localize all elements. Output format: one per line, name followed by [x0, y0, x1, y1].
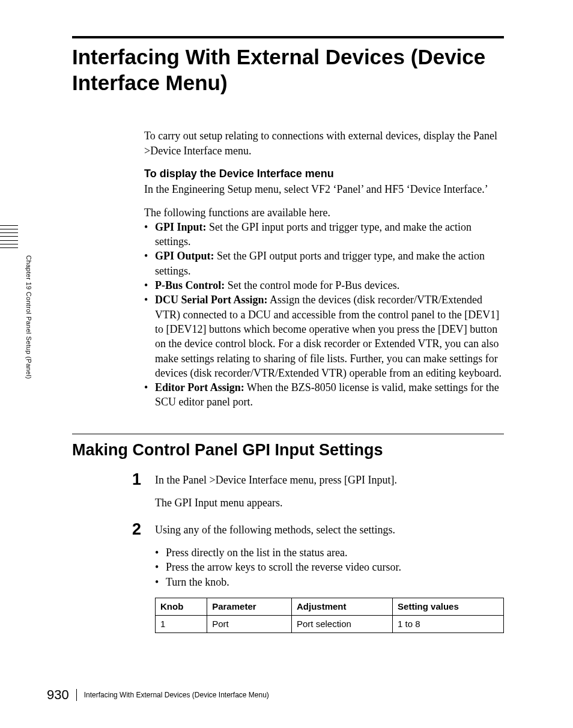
step-number: 2 [132, 521, 155, 632]
table-cell: 1 [156, 616, 207, 633]
table-row: 1 Port Port selection 1 to 8 [156, 616, 504, 633]
function-name: GPI Input: [155, 221, 207, 233]
display-menu-text: In the Engineering Setup menu, select VF… [144, 182, 504, 196]
table-header: Knob [156, 598, 207, 615]
step-1: 1 In the Panel >Device Interface menu, p… [132, 473, 504, 519]
sub-bullet-item: • Press the arrow keys to scroll the rev… [155, 560, 504, 574]
step-number: 1 [132, 472, 155, 518]
function-name: P-Bus Control: [155, 279, 225, 291]
table-header: Setting values [393, 598, 504, 615]
function-item: • DCU Serial Port Assign: Assign the dev… [144, 293, 504, 380]
page-title: Interfacing With External Devices (Devic… [72, 44, 504, 96]
sub-bullet-item: • Turn the knob. [155, 575, 504, 589]
bullet-icon: • [155, 560, 166, 574]
bullet-icon: • [144, 278, 155, 293]
function-desc: Set the control mode for P-Bus devices. [225, 279, 399, 291]
function-name: GPI Output: [155, 250, 214, 262]
display-menu-heading: To display the Device Interface menu [144, 166, 504, 181]
knob-table: Knob Parameter Adjustment Setting values… [155, 598, 504, 634]
section-heading: Making Control Panel GPI Input Settings [72, 439, 504, 461]
step-2: 2 Using any of the following methods, se… [132, 523, 504, 634]
function-name: Editor Port Assign: [155, 381, 244, 393]
function-item: • GPI Output: Set the GPI output ports a… [144, 249, 504, 278]
function-desc: Assign the devices (disk recorder/VTR/Ex… [155, 294, 502, 378]
table-cell: 1 to 8 [393, 616, 504, 633]
footer-divider [76, 689, 77, 701]
function-item: • GPI Input: Set the GPI input ports and… [144, 220, 504, 249]
section-rule [72, 434, 504, 434]
page-footer: 930 Interfacing With External Devices (D… [47, 686, 269, 704]
function-item: • Editor Port Assign: When the BZS-8050 … [144, 380, 504, 410]
sub-bullet-text: Turn the knob. [166, 575, 229, 589]
table-header: Adjustment [292, 598, 393, 615]
bullet-icon: • [155, 575, 166, 589]
title-rule [72, 36, 504, 38]
functions-intro: The following functions are available he… [144, 205, 504, 220]
footer-title: Interfacing With External Devices (Devic… [84, 690, 269, 700]
bullet-icon: • [144, 293, 155, 380]
bullet-icon: • [144, 220, 155, 249]
function-name: DCU Serial Port Assign: [155, 294, 268, 306]
sub-bullet-text: Press directly on the list in the status… [166, 545, 347, 560]
step-text: In the Panel >Device Interface menu, pre… [155, 473, 504, 487]
bullet-icon: • [144, 380, 155, 410]
step-text: The GPI Input menu appears. [155, 496, 504, 510]
table-header-row: Knob Parameter Adjustment Setting values [156, 598, 504, 615]
step-text: Using any of the following methods, sele… [155, 523, 504, 537]
page-number: 930 [47, 686, 69, 704]
function-item: • P-Bus Control: Set the control mode fo… [144, 278, 504, 293]
bullet-icon: • [144, 249, 155, 278]
table-cell: Port selection [292, 616, 393, 633]
intro-paragraph: To carry out setup relating to connectio… [144, 129, 504, 158]
sub-bullet-item: • Press directly on the list in the stat… [155, 545, 504, 560]
table-cell: Port [207, 616, 292, 633]
sub-bullet-text: Press the arrow keys to scroll the rever… [166, 560, 401, 574]
bullet-icon: • [155, 545, 166, 560]
table-header: Parameter [207, 598, 292, 615]
